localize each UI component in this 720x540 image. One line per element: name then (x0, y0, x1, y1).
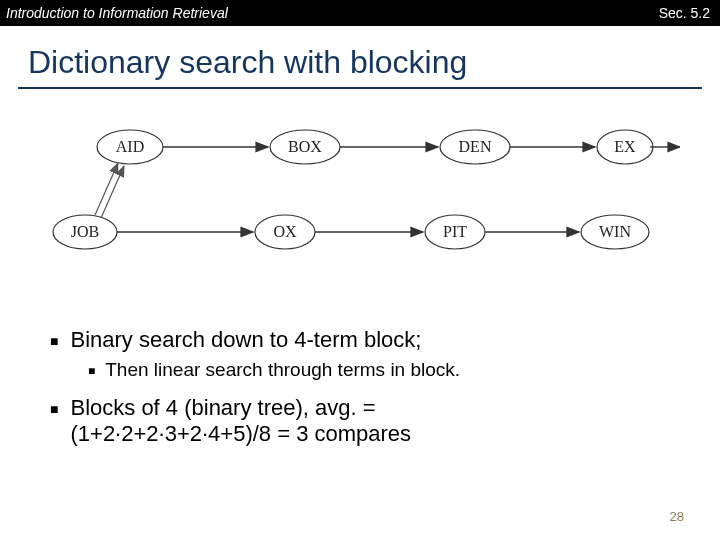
bullet-1: ■ Binary search down to 4-term block; (50, 327, 720, 353)
node-box: BOX (288, 138, 322, 155)
svg-line-15 (95, 163, 118, 215)
bullet-square-icon: ■ (50, 401, 58, 417)
bullet-list: ■ Binary search down to 4-term block; ■ … (0, 297, 720, 447)
slide-header: Introduction to Information Retrieval Se… (0, 0, 720, 26)
node-job: JOB (71, 223, 99, 240)
node-ex: EX (614, 138, 636, 155)
node-win: WIN (599, 223, 631, 240)
bullet-square-icon: ■ (50, 333, 58, 349)
diagram-svg: AID BOX DEN EX JOB OX PIT WIN (40, 117, 680, 297)
page-title: Dictionary search with blocking (0, 26, 720, 87)
block-diagram: AID BOX DEN EX JOB OX PIT WIN (40, 117, 680, 297)
page-number: 28 (670, 509, 684, 524)
bullet-2-line1: Blocks of 4 (binary tree), avg. = (70, 395, 375, 420)
bullet-1-text: Binary search down to 4-term block; (70, 327, 421, 353)
bullet-1-1-text: Then linear search through terms in bloc… (105, 359, 460, 381)
bullet-2: ■ Blocks of 4 (binary tree), avg. = (1+2… (50, 395, 720, 447)
section-label: Sec. 5.2 (659, 5, 710, 21)
node-aid: AID (116, 138, 144, 155)
title-rule (18, 87, 702, 89)
bullet-square-icon: ■ (88, 364, 95, 378)
bullet-2-line2: (1+2·2+2·3+2·4+5)/8 = 3 compares (70, 421, 411, 446)
node-den: DEN (459, 138, 492, 155)
course-title: Introduction to Information Retrieval (6, 5, 228, 21)
svg-line-16 (101, 166, 124, 218)
bullet-1-1: ■ Then linear search through terms in bl… (50, 359, 720, 381)
bullet-2-text: Blocks of 4 (binary tree), avg. = (1+2·2… (70, 395, 411, 447)
node-pit: PIT (443, 223, 467, 240)
node-ox: OX (273, 223, 297, 240)
